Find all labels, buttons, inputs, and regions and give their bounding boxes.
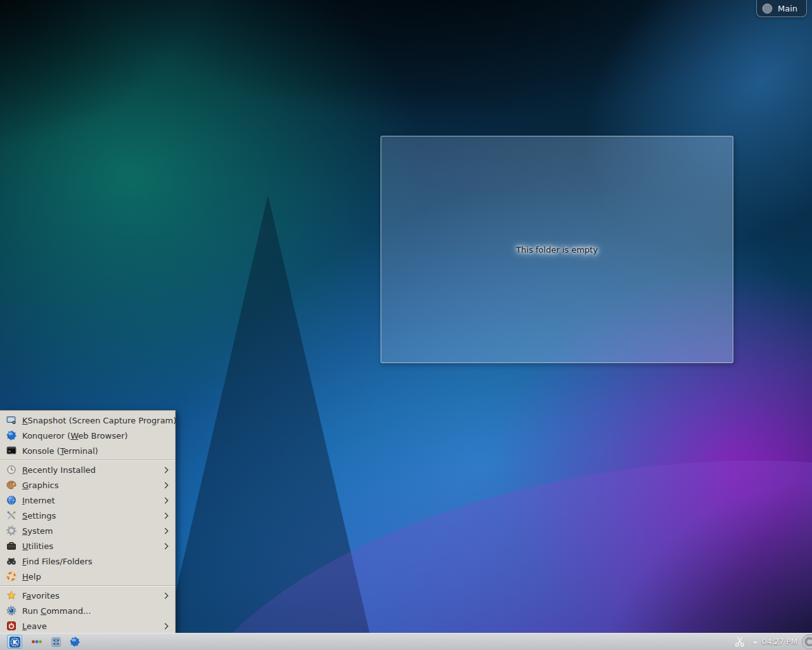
kde-menu-icon: K xyxy=(10,637,20,647)
run-command-icon xyxy=(6,606,16,616)
menu-item-label: Konsole (Terminal) xyxy=(22,446,98,456)
menu-item-find-files-folders[interactable]: Find Files/Folders xyxy=(0,554,175,569)
bottom-panel: K 04:27 PM xyxy=(0,633,812,650)
menu-item-konsole[interactable]: >_Konsole (Terminal) xyxy=(0,443,175,458)
system-tray xyxy=(734,636,759,647)
menu-item-label: Utilities xyxy=(22,541,53,551)
menu-item-label: KSnapshot (Screen Capture Program) xyxy=(22,416,176,425)
menu-item-label: Help xyxy=(22,572,41,581)
find-binoculars-icon xyxy=(6,556,16,566)
menu-item-label: Settings xyxy=(22,511,56,521)
cashew-icon xyxy=(762,3,773,14)
folder-view-widget[interactable]: This folder is empty xyxy=(381,136,733,363)
recent-clock-icon xyxy=(6,465,16,475)
menu-item-label: Graphics xyxy=(22,481,58,490)
folder-empty-message: This folder is empty xyxy=(516,245,598,255)
application-menu: KSnapshot (Screen Capture Program)Konque… xyxy=(0,410,176,636)
panel-cashew-icon[interactable] xyxy=(801,633,812,650)
menu-item-utilities[interactable]: Utilities xyxy=(0,538,175,554)
wallpaper-sweep xyxy=(135,398,812,650)
submenu-arrow-icon xyxy=(164,479,170,491)
menu-item-recently-installed[interactable]: Recently Installed xyxy=(0,462,175,477)
quicklaunch-dots-icon[interactable] xyxy=(31,637,43,647)
submenu-arrow-icon xyxy=(164,510,170,522)
desktop-toolbox[interactable]: Main xyxy=(756,0,807,17)
settings-tools-icon xyxy=(6,510,16,521)
kickoff-menu-button[interactable]: K xyxy=(7,635,22,649)
menu-item-graphics[interactable]: Graphics xyxy=(0,477,175,493)
panel-launchers xyxy=(31,637,80,647)
klipper-scissors-icon[interactable] xyxy=(734,636,745,647)
favorites-star-icon xyxy=(6,590,16,600)
menu-item-system[interactable]: System xyxy=(0,523,175,538)
menu-item-label: Recently Installed xyxy=(22,465,96,475)
submenu-arrow-icon xyxy=(164,464,170,476)
graphics-palette-icon xyxy=(6,480,16,490)
submenu-arrow-icon xyxy=(164,540,170,552)
file-manager-drawer-icon[interactable] xyxy=(51,637,62,647)
menu-item-konqueror[interactable]: Konqueror (Web Browser) xyxy=(0,428,175,443)
menu-item-label: Favorites xyxy=(22,591,60,600)
submenu-arrow-icon xyxy=(164,620,170,632)
konqueror-icon xyxy=(6,430,16,441)
utilities-toolbox-icon xyxy=(6,541,16,551)
submenu-arrow-icon xyxy=(164,494,170,507)
menu-separator xyxy=(1,460,174,461)
help-lifering-icon xyxy=(6,571,16,581)
menu-item-label: Find Files/Folders xyxy=(22,557,93,566)
menu-item-label: Internet xyxy=(22,496,55,505)
toolbox-label: Main xyxy=(778,4,797,13)
submenu-arrow-icon xyxy=(164,525,170,537)
konqueror-icon[interactable] xyxy=(70,637,80,647)
svg-text:>_: >_ xyxy=(8,449,13,454)
svg-text:K: K xyxy=(13,639,18,646)
menu-item-settings[interactable]: Settings xyxy=(0,508,175,523)
system-gear-icon xyxy=(6,526,16,536)
menu-item-ksnapshot[interactable]: KSnapshot (Screen Capture Program) xyxy=(0,413,175,428)
menu-item-favorites[interactable]: Favorites xyxy=(0,588,175,603)
menu-item-label: Konqueror (Web Browser) xyxy=(22,431,128,441)
ksnapshot-icon xyxy=(6,415,16,425)
panel-clock[interactable]: 04:27 PM xyxy=(762,637,797,646)
leave-power-icon xyxy=(6,621,16,631)
menu-item-label: Run Command... xyxy=(22,606,91,616)
tray-expander-arrow-icon[interactable] xyxy=(751,639,759,645)
menu-item-leave[interactable]: Leave xyxy=(0,618,175,633)
desktop-wallpaper: Main This folder is empty KSnapshot (Scr… xyxy=(0,0,812,650)
menu-item-internet[interactable]: Internet xyxy=(0,493,175,508)
menu-separator xyxy=(1,585,174,587)
submenu-arrow-icon xyxy=(164,590,170,602)
menu-item-label: System xyxy=(22,526,53,536)
menu-item-label: Leave xyxy=(22,621,47,631)
konsole-icon: >_ xyxy=(6,446,16,456)
internet-globe-icon xyxy=(6,495,16,505)
menu-item-help[interactable]: Help xyxy=(0,569,175,584)
menu-item-run-command[interactable]: Run Command... xyxy=(0,603,175,618)
